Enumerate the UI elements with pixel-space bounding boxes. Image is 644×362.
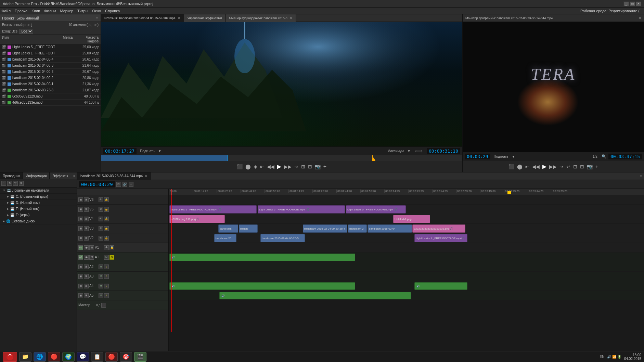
v2-toggle-btn[interactable]: 👁	[99, 236, 103, 241]
scrubber-area[interactable]	[101, 155, 462, 161]
clip-a1-1[interactable]: 🔊	[169, 254, 355, 261]
explorer-item-f-drive[interactable]: ▶ 💾 F: (игры)	[0, 212, 77, 218]
start-button[interactable]	[3, 352, 17, 362]
a5-expand-btn[interactable]: ◉	[78, 293, 83, 298]
prog-step-forward-button[interactable]: ▶▶	[549, 163, 557, 170]
prog-export-button[interactable]: 📷	[586, 163, 593, 170]
audio-mixer-tab[interactable]: Микшер аудиодорожки: bandicam 2015-0 ✕	[226, 14, 296, 22]
snap-btn[interactable]: ⊡	[116, 182, 121, 187]
prog-loop-button[interactable]: ↩	[566, 163, 571, 170]
explorer-tab-effects[interactable]: Эффекты	[50, 172, 71, 179]
a2-mute-btn[interactable]: M	[99, 264, 103, 269]
project-list-item[interactable]: 🎬 bandicam 2015-02-04 00-4 20,61 кадр	[0, 56, 101, 63]
a2-sync-btn[interactable]: ⊞	[84, 264, 89, 269]
close-project-icon[interactable]: ▼	[95, 16, 99, 20]
audio-tab-close[interactable]: ✕	[289, 16, 292, 20]
go-out-button[interactable]: ⇥	[294, 163, 299, 170]
clip-v3-2[interactable]: bandic	[239, 224, 258, 233]
a3-mute-btn[interactable]: M	[99, 274, 103, 279]
prog-mark-out-button[interactable]: ⬤	[516, 163, 523, 170]
restore-button[interactable]: ▭	[630, 1, 635, 6]
link-btn[interactable]: 🔗	[123, 182, 127, 187]
a1-sync-btn[interactable]: ⊞	[89, 255, 94, 260]
entrada-select[interactable]: Все	[20, 29, 33, 34]
v4-expand-btn[interactable]: ◉	[78, 217, 83, 221]
explorer-item-network[interactable]: ▶ 🌐 Сетевые диски	[0, 218, 77, 224]
step-back-button[interactable]: ◀◀	[266, 163, 275, 170]
a4-expand-btn[interactable]: ◉	[78, 284, 83, 288]
clip-v2-1[interactable]: bandicam 20	[214, 234, 236, 242]
project-list-item[interactable]: 🎬 Light Leaks 1 _FREE FOOT 25,00 кадр	[0, 50, 101, 56]
a3-expand-btn[interactable]: ◉	[78, 274, 83, 279]
program-fit-dropdown[interactable]: ▼	[512, 155, 515, 158]
project-list-item[interactable]: 🎬 4d6ced33133e.mp3 44 100 Гц	[0, 100, 101, 106]
prog-play-button[interactable]: ▶	[542, 163, 547, 170]
a3-solo-btn[interactable]: S	[104, 274, 109, 279]
a4-mute-btn[interactable]: M	[99, 284, 103, 288]
clip-v2-2[interactable]: bandicam 2015-02-04 00-25-5	[260, 234, 305, 242]
v6-expand-btn[interactable]: ◉	[78, 197, 83, 202]
clip-v3-6[interactable]: 33333333333333333333.png 🎵	[412, 224, 465, 233]
explorer-item-e-drive[interactable]: ▶ 💾 E: (Новый том)	[0, 206, 77, 212]
project-list-item[interactable]: 🎬 bandicam 2015-02-04 00-2 20,67 кадр	[0, 69, 101, 75]
source-timecode-out[interactable]: 00:00:31;10	[427, 148, 460, 154]
overwrite-button[interactable]: ⊟	[307, 163, 313, 170]
a5-solo-btn[interactable]: S	[104, 293, 109, 298]
explorer-tab-browser[interactable]: Проводник	[0, 172, 23, 179]
v1-expand-btn[interactable]: ◉	[84, 245, 89, 250]
fit-label[interactable]: Подгнать	[140, 149, 155, 153]
menu-item-marker[interactable]: Маркер	[60, 9, 73, 13]
go-in-button[interactable]: ⇤	[259, 163, 265, 170]
project-list-item[interactable]: 🎬 bandicam 2015-02-03 23-3 21,87 кадр	[0, 87, 101, 93]
project-list-item[interactable]: 🎬 bandicam 2015-02-04 00-1 21,36 кадр	[0, 81, 101, 87]
prog-mark-in-button[interactable]: ⬛	[508, 163, 515, 170]
explorer-tab-info[interactable]: Информация	[23, 172, 50, 179]
max-dropdown-icon[interactable]: ▼	[407, 149, 411, 153]
clip-v5-1[interactable]: Light Leaks 5 _FREE FOOTAGE.mp4 🎵	[169, 205, 257, 214]
timeline-panel-menu[interactable]: ≡	[638, 174, 644, 178]
max-label[interactable]: Максимум	[387, 149, 404, 153]
menu-item-file[interactable]: Файл	[1, 9, 11, 13]
project-list-item[interactable]: 🎬 6cb059691229.mp3 48 000 Гц	[0, 93, 101, 100]
a1-expand-btn[interactable]: ◉	[84, 255, 89, 260]
menu-item-titles[interactable]: Титры	[77, 9, 88, 13]
export-frame-button[interactable]: 📷	[314, 163, 321, 170]
a1-mute-btn[interactable]: M	[104, 255, 109, 260]
menu-item-window[interactable]: Окно	[92, 9, 101, 13]
v3-sync-btn[interactable]: ⊞	[84, 226, 89, 231]
a4-sync-btn[interactable]: ⊞	[84, 284, 89, 288]
source-timecode[interactable]: 00:03:17;27	[103, 148, 137, 154]
a1-target-btn[interactable]: A1	[78, 255, 83, 260]
v3-expand-btn[interactable]: ◉	[78, 226, 83, 231]
a5-mute-btn[interactable]: M	[99, 293, 103, 298]
prog-add-button[interactable]: +	[595, 163, 599, 170]
project-list-item[interactable]: 🎬 bandicam 2015-02-04 00-3 21,64 кадр	[0, 63, 101, 69]
taskbar-explorer[interactable]: 📁	[19, 352, 31, 362]
clip-v3-1[interactable]: bandicam	[218, 224, 238, 233]
v6-sync-btn[interactable]: ⊞	[84, 197, 89, 202]
v2-lock-btn[interactable]: 🔒	[104, 236, 109, 241]
v6-toggle-btn[interactable]: 👁	[99, 197, 103, 202]
master-out-btn[interactable]: →	[101, 303, 106, 308]
prog-output-button[interactable]: ⊟	[579, 163, 585, 170]
project-list-item[interactable]: 🎬 bandicam 2015-02-04 00-2 20,86 кадр	[0, 75, 101, 81]
panel-menu-btn[interactable]: ☰	[455, 16, 462, 20]
prog-step-back-button[interactable]: ◀◀	[531, 163, 540, 170]
clip-a5-1[interactable]: 🔊	[219, 292, 411, 299]
v1-toggle-btn[interactable]: 👁	[104, 245, 109, 250]
time-ruler[interactable]: 00:00 00:01:14;29 00:00:29;29 00:00:44;2…	[169, 189, 644, 195]
v1-lock-btn[interactable]: 🔒	[110, 245, 114, 250]
program-tab-close[interactable]: ✕	[639, 16, 641, 20]
add-track-btn[interactable]: +	[129, 182, 133, 187]
v2-expand-btn[interactable]: ◉	[78, 236, 83, 241]
v1-target-btn[interactable]: V1	[78, 245, 83, 250]
a3-sync-btn[interactable]: ⊞	[84, 274, 89, 279]
v5-sync-btn[interactable]: ⊞	[84, 207, 89, 212]
close-button[interactable]: ✕	[636, 1, 641, 6]
clip-v3-3[interactable]: bandicam 2015-02-04 00-20-28-4	[303, 224, 347, 233]
a5-sync-btn[interactable]: ⊞	[84, 293, 89, 298]
taskbar-discord[interactable]: 💬	[77, 352, 89, 362]
explorer-item-c-drive[interactable]: ▶ 💾 C: (Локальный диск)	[0, 194, 77, 200]
v5-expand-btn[interactable]: ◉	[78, 207, 83, 212]
menu-item-help[interactable]: Справка	[105, 9, 120, 13]
